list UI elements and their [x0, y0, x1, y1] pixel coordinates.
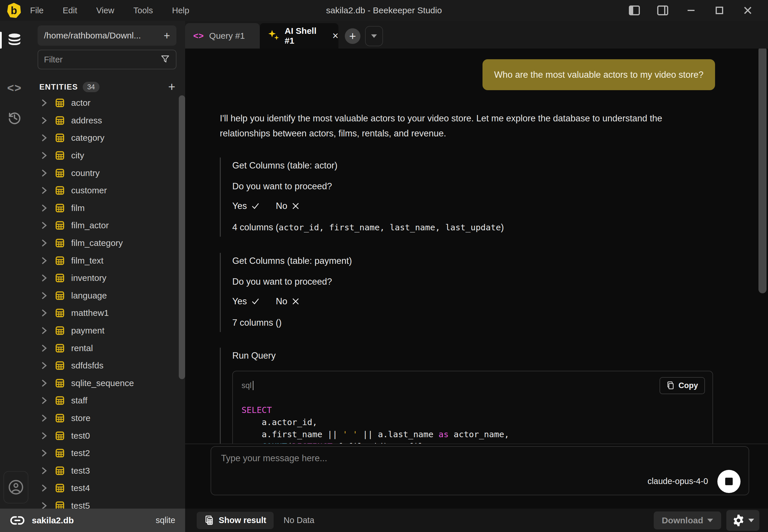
chevron-right-icon[interactable]: [41, 134, 50, 142]
chevron-right-icon[interactable]: [41, 502, 50, 509]
chevron-right-icon[interactable]: [41, 432, 50, 440]
close-tab-icon[interactable]: ×: [332, 31, 338, 41]
model-label[interactable]: claude-opus-4-0: [647, 477, 708, 486]
no-button[interactable]: No: [276, 201, 300, 211]
entity-row[interactable]: category: [29, 129, 185, 147]
sql-code-block: sql Copy SELECT a.actor_id, a.first_name…: [232, 371, 713, 444]
chevron-right-icon[interactable]: [41, 99, 50, 107]
entity-row[interactable]: language: [29, 287, 185, 305]
entity-label: language: [71, 291, 107, 301]
maximize-icon[interactable]: [714, 5, 725, 16]
chevron-right-icon[interactable]: [41, 467, 50, 474]
entity-row[interactable]: store: [29, 409, 185, 427]
table-icon: [55, 431, 65, 441]
chevron-right-icon[interactable]: [41, 152, 50, 159]
entity-row[interactable]: test3: [29, 462, 185, 479]
menu-item[interactable]: File: [30, 6, 44, 15]
menu-item[interactable]: Edit: [63, 6, 77, 15]
chevron-right-icon[interactable]: [41, 397, 50, 404]
tab-ai-shell-1[interactable]: AI Shell #1 ×: [260, 23, 338, 49]
entity-row[interactable]: address: [29, 112, 185, 129]
table-icon: [55, 483, 65, 493]
entity-row[interactable]: country: [29, 164, 185, 182]
add-database-icon[interactable]: +: [164, 30, 170, 41]
show-result-button[interactable]: Show result: [197, 512, 274, 529]
entity-row[interactable]: film: [29, 199, 185, 217]
sidebar-scrollbar[interactable]: [179, 95, 185, 379]
entity-label: test5: [71, 501, 90, 509]
entity-row[interactable]: film_category: [29, 234, 185, 252]
stop-button[interactable]: [717, 470, 741, 493]
chevron-right-icon[interactable]: [41, 362, 50, 369]
menu-item[interactable]: View: [96, 6, 114, 15]
entity-row[interactable]: test2: [29, 444, 185, 462]
filter-input[interactable]: [44, 55, 160, 64]
new-tab-button[interactable]: +: [345, 28, 360, 44]
chevron-right-icon[interactable]: [41, 169, 50, 177]
entity-row[interactable]: test4: [29, 479, 185, 497]
chevron-right-icon[interactable]: [41, 309, 50, 317]
message-input[interactable]: [221, 453, 626, 464]
yes-button[interactable]: Yes: [232, 296, 260, 307]
menu-item[interactable]: Help: [172, 6, 189, 15]
tab-dropdown-button[interactable]: [365, 26, 383, 46]
database-icon[interactable]: [0, 32, 29, 48]
chevron-right-icon[interactable]: [41, 204, 50, 212]
chevron-right-icon[interactable]: [41, 344, 50, 352]
chevron-right-icon[interactable]: [41, 239, 50, 247]
account-button[interactable]: [3, 471, 28, 503]
toggle-right-panel-icon[interactable]: [657, 5, 669, 16]
table-icon: [55, 133, 65, 143]
entity-row[interactable]: actor: [29, 94, 185, 112]
show-result-label: Show result: [219, 516, 266, 525]
chevron-right-icon[interactable]: [41, 449, 50, 457]
chevron-right-icon[interactable]: [41, 379, 50, 387]
entity-row[interactable]: test0: [29, 427, 185, 444]
database-path-selector[interactable]: /home/rathboma/Downl... +: [38, 25, 176, 46]
yes-button[interactable]: Yes: [232, 201, 260, 211]
copy-button[interactable]: Copy: [660, 377, 705, 394]
entity-row[interactable]: test5: [29, 497, 185, 509]
chevron-right-icon[interactable]: [41, 274, 50, 282]
chevron-right-icon[interactable]: [41, 117, 50, 124]
entity-row[interactable]: rental: [29, 339, 185, 357]
tab-query-1[interactable]: <> Query #1: [185, 23, 260, 49]
code-header: sql Copy: [233, 371, 713, 396]
entity-row[interactable]: customer: [29, 182, 185, 199]
entity-row[interactable]: matthew1: [29, 304, 185, 322]
message-input-box[interactable]: claude-opus-4-0: [211, 446, 749, 495]
connection-name: sakila2.db: [32, 516, 74, 525]
entity-row[interactable]: staff: [29, 392, 185, 409]
connection-status[interactable]: sakila2.db sqlite: [0, 509, 185, 532]
chevron-right-icon[interactable]: [41, 327, 50, 334]
entity-row[interactable]: film_text: [29, 252, 185, 269]
settings-button[interactable]: [726, 510, 759, 531]
table-icon: [55, 466, 65, 476]
entity-row[interactable]: inventory: [29, 269, 185, 287]
no-button[interactable]: No: [276, 296, 300, 307]
history-icon[interactable]: [0, 110, 29, 125]
close-window-icon[interactable]: [742, 5, 754, 16]
entity-row[interactable]: city: [29, 147, 185, 164]
entity-row[interactable]: sqlite_sequence: [29, 375, 185, 392]
menu-item[interactable]: Tools: [133, 6, 153, 15]
chevron-right-icon[interactable]: [41, 187, 50, 194]
entity-label: staff: [71, 396, 87, 405]
download-button[interactable]: Download: [654, 511, 721, 529]
entity-row[interactable]: sdfdsfds: [29, 357, 185, 375]
chevron-right-icon[interactable]: [41, 257, 50, 264]
entity-row[interactable]: film_actor: [29, 217, 185, 234]
user-message-bubble: Who are the most valuable actors to my v…: [482, 59, 715, 90]
code-panel-icon[interactable]: <>: [0, 81, 29, 94]
chevron-right-icon[interactable]: [41, 292, 50, 299]
chevron-right-icon[interactable]: [41, 222, 50, 229]
sql-code[interactable]: SELECT a.actor_id, a.first_name || ' ' |…: [233, 396, 713, 444]
minimize-icon[interactable]: [685, 5, 697, 16]
chat-scrollbar[interactable]: [758, 49, 767, 293]
entity-row[interactable]: payment: [29, 322, 185, 340]
entity-list: actor address category: [29, 94, 185, 509]
chevron-right-icon[interactable]: [41, 414, 50, 422]
toggle-left-panel-icon[interactable]: [629, 5, 640, 16]
chevron-right-icon[interactable]: [41, 484, 50, 492]
add-entity-icon[interactable]: +: [168, 81, 175, 93]
